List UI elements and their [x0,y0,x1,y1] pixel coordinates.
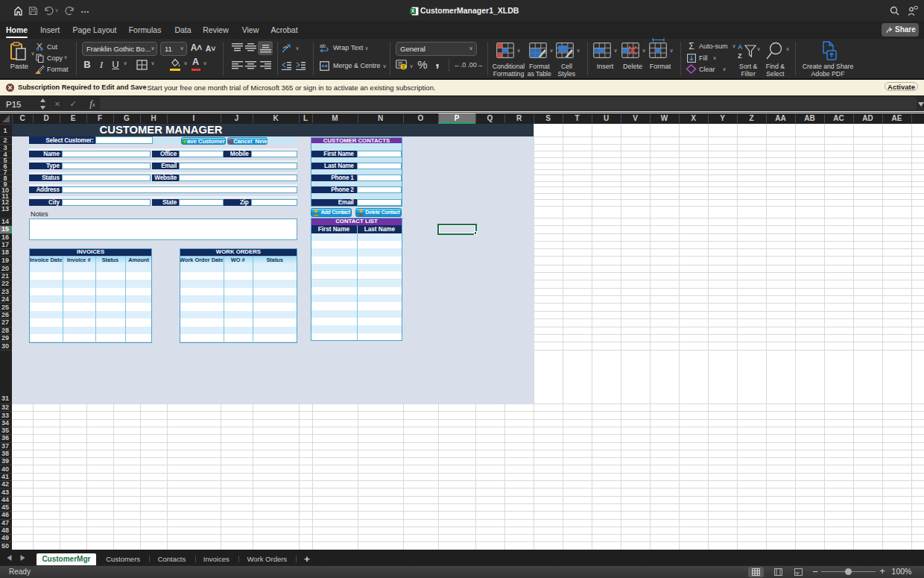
svg-text:$: $ [402,64,405,69]
svg-text:A: A [738,43,743,51]
svg-text:X: X [411,8,415,13]
svg-text:Z: Z [738,52,742,60]
svg-text:ab: ab [320,43,326,48]
